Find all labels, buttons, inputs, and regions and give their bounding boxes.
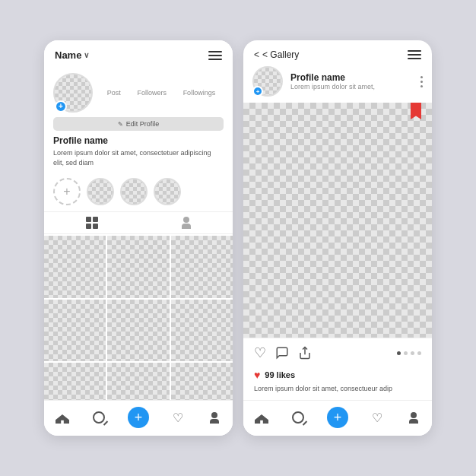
comment-button[interactable] (275, 346, 289, 360)
photo-grid (44, 236, 233, 400)
add-story-circle[interactable]: + (53, 178, 81, 205)
likes-count: 99 likes (265, 370, 295, 379)
heart-icon: ♡ (173, 411, 183, 425)
right-bottom-nav: + ♡ (243, 400, 432, 436)
options-dot-1 (420, 76, 423, 78)
left-title-text: Name (55, 49, 81, 61)
stat-followers-label: Followers (137, 89, 167, 97)
edit-profile-button[interactable]: ✎ Edit Profile (53, 117, 224, 131)
photo-cell-2[interactable] (107, 236, 169, 297)
likes-button[interactable]: ♡ (170, 410, 186, 425)
like-button[interactable]: ♡ (254, 344, 266, 361)
indicator-dot-2 (404, 351, 408, 355)
right-search-button[interactable] (290, 410, 306, 425)
story-thumb-3[interactable] (154, 178, 181, 205)
indicator-dot-3 (411, 351, 414, 355)
caption-text: Lorem ipsum dolor sit amet, consectueur … (254, 384, 421, 394)
post-profile-row: + Profile name Lorem ipsum dolor sit ame… (243, 66, 432, 103)
stories-row: + (44, 178, 233, 211)
home-icon (56, 411, 69, 424)
photo-cell-8[interactable] (107, 363, 169, 400)
stat-post-label: Post (107, 89, 121, 97)
bio-text: Lorem ipsum dolor sit amet, consectetuer… (53, 148, 224, 167)
edit-profile-label: Edit Profile (126, 120, 160, 128)
stat-followers: Followers (137, 89, 167, 97)
likes-section: ♥ 99 likes Lorem ipsum dolor sit amet, c… (243, 366, 432, 400)
main-post-image[interactable] (243, 103, 432, 338)
back-arrow-icon: < (254, 49, 259, 60)
tag-view-button[interactable] (181, 217, 192, 229)
right-heart-icon: ♡ (372, 411, 382, 425)
right-search-icon (292, 411, 304, 424)
post-profile-name: Profile name (290, 72, 413, 83)
carousel-indicator (397, 351, 421, 355)
back-button[interactable]: < < Gallery (254, 49, 299, 60)
post-bio: Lorem ipsum dolor sit amet, (290, 83, 413, 90)
right-phone: < < Gallery + Profile name Lorem ipsum d… (243, 40, 432, 436)
photo-cell-7[interactable] (44, 363, 106, 400)
indicator-dot-1 (397, 351, 401, 355)
bookmark-icon[interactable] (411, 103, 421, 119)
profile-name: Profile name (53, 135, 224, 146)
share-button[interactable] (298, 346, 312, 360)
hamburger-menu[interactable] (208, 51, 222, 60)
right-profile-button[interactable] (406, 410, 421, 425)
filled-heart-icon: ♥ (254, 369, 260, 381)
add-story-button[interactable]: + (55, 100, 67, 113)
right-likes-button[interactable]: ♡ (370, 410, 385, 425)
add-post-button[interactable]: + (128, 407, 149, 428)
right-person-nav-icon (409, 412, 418, 424)
profile-button[interactable] (207, 410, 222, 425)
options-dot-2 (420, 81, 423, 83)
indicator-dot-4 (417, 351, 421, 355)
profile-section: + Post Followers Followings (44, 67, 233, 178)
photo-cell-3[interactable] (171, 236, 233, 297)
post-options-button[interactable] (420, 76, 423, 87)
story-thumb-2[interactable] (120, 178, 148, 205)
view-toggle (44, 211, 233, 234)
post-avatar-wrap: + (252, 66, 283, 97)
avatar-wrap: + (53, 73, 93, 113)
story-thumb-1[interactable] (87, 178, 114, 205)
photo-cell-6[interactable] (171, 300, 233, 361)
person-nav-icon (210, 412, 219, 424)
search-button[interactable] (91, 410, 106, 425)
stat-post: Post (107, 89, 121, 97)
photo-cell-5[interactable] (107, 300, 169, 361)
grid-view-button[interactable] (86, 217, 98, 229)
profile-stats: Post Followers Followings (99, 89, 224, 97)
search-icon (93, 411, 105, 424)
gallery-top-bar: < < Gallery (243, 40, 432, 66)
stat-followings-label: Followings (183, 89, 216, 97)
gallery-title: < Gallery (262, 49, 299, 60)
left-top-bar: Name ∨ (44, 40, 233, 67)
likes-row: ♥ 99 likes (254, 369, 421, 381)
options-dot-3 (420, 85, 423, 87)
post-info: Profile name Lorem ipsum dolor sit amet, (290, 72, 413, 90)
photo-cell-1[interactable] (44, 236, 106, 297)
bottom-nav: + ♡ (44, 400, 233, 436)
left-phone: Name ∨ + Post (44, 40, 233, 436)
profile-header: + Post Followers Followings (53, 73, 224, 113)
action-bar: ♡ (243, 338, 432, 366)
right-add-post-button[interactable]: + (327, 407, 348, 428)
gallery-hamburger-menu[interactable] (408, 50, 421, 59)
home-button[interactable] (55, 410, 70, 425)
person-icon (181, 217, 192, 229)
left-title[interactable]: Name ∨ (55, 49, 89, 61)
photo-cell-4[interactable] (44, 300, 106, 361)
right-home-button[interactable] (254, 410, 269, 425)
photo-cell-9[interactable] (171, 363, 233, 400)
action-icons: ♡ (254, 344, 312, 361)
post-add-story-button[interactable]: + (252, 86, 263, 97)
edit-icon: ✎ (118, 121, 123, 128)
chevron-down-icon[interactable]: ∨ (84, 51, 89, 59)
right-home-icon (255, 411, 268, 424)
grid-icon (86, 217, 98, 229)
stat-followings: Followings (183, 89, 216, 97)
